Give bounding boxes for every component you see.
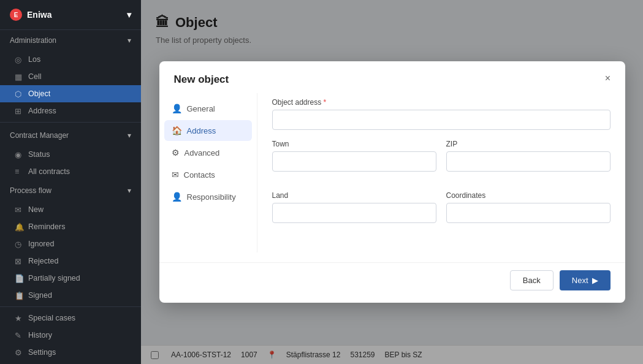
main-area: 🏛 Object The list of property objects. A… (141, 0, 643, 364)
coordinates-label: Coordinates (446, 191, 611, 200)
next-arrow-icon: ▶ (592, 276, 598, 285)
sidebar: E Eniwa ▾ Administration ▾ ◎ Los ▦ Cell … (0, 0, 141, 364)
sidebar-item-address[interactable]: ⊞ Address (0, 102, 141, 119)
sidebar-item-settings-label: Settings (28, 348, 56, 357)
sidebar-item-rejected-label: Rejected (28, 257, 58, 265)
object-address-input[interactable] (272, 110, 611, 130)
modal-header: New object × (159, 61, 625, 93)
next-button[interactable]: Next ▶ (560, 270, 611, 290)
modal-nav-contacts[interactable]: ✉ Contacts (164, 164, 252, 185)
town-label: Town (272, 140, 436, 148)
advanced-nav-icon: ⚙ (172, 148, 180, 157)
brand[interactable]: E Eniwa ▾ (0, 0, 141, 30)
land-input[interactable] (272, 203, 436, 223)
sidebar-item-new[interactable]: ✉ New (0, 201, 141, 218)
cell-icon: ▦ (15, 72, 23, 81)
sidebar-item-cell[interactable]: ▦ Cell (0, 68, 141, 85)
land-coordinates-row: Land Coordinates (272, 191, 611, 233)
sidebar-item-status[interactable]: ◉ Status (0, 146, 141, 163)
sidebar-item-all-contracts[interactable]: ≡ All contracts (0, 163, 141, 180)
sidebar-item-los[interactable]: ◎ Los (0, 51, 141, 68)
history-icon: ✎ (15, 331, 23, 339)
town-zip-row: Town ZIP (272, 140, 611, 181)
contract-manager-chevron: ▾ (127, 131, 131, 140)
administration-section[interactable]: Administration ▾ (0, 30, 141, 51)
los-icon: ◎ (15, 55, 23, 64)
administration-chevron: ▾ (127, 36, 131, 45)
modal-nav-address-label: Address (187, 126, 216, 135)
zip-input[interactable] (446, 151, 611, 172)
brand-icon: E (10, 9, 22, 21)
coordinates-group: Coordinates (446, 191, 611, 223)
special-cases-icon: ★ (15, 314, 23, 322)
land-group: Land (272, 191, 436, 223)
zip-label: ZIP (446, 140, 611, 148)
sidebar-item-object-label: Object (28, 89, 50, 98)
sidebar-item-special-cases[interactable]: ★ Special cases (0, 309, 141, 327)
modal-title: New object (174, 74, 229, 85)
zip-group: ZIP (446, 140, 611, 172)
modal-nav-responsibility[interactable]: 👤 Responsibility (164, 186, 252, 207)
required-marker: * (324, 98, 327, 107)
reminders-icon: 🔔 (15, 222, 23, 231)
modal-nav-contacts-label: Contacts (184, 170, 215, 180)
sidebar-item-ignored-label: Ignored (28, 240, 54, 248)
sidebar-item-new-label: New (28, 205, 44, 214)
rejected-icon: ⊠ (15, 257, 23, 265)
sidebar-item-signed[interactable]: 📋 Signed (0, 287, 141, 304)
modal-nav: 👤 General 🏠 Address ⚙ Advanced ✉ Contact… (159, 93, 257, 252)
modal-close-button[interactable]: × (599, 70, 617, 87)
new-icon: ✉ (15, 205, 23, 214)
sidebar-item-history[interactable]: ✎ History (0, 327, 141, 344)
modal-nav-advanced[interactable]: ⚙ Advanced (164, 142, 252, 163)
status-icon: ◉ (15, 150, 23, 159)
modal-nav-general-label: General (187, 104, 215, 113)
address-icon: ⊞ (15, 107, 23, 115)
sidebar-item-reminders-label: Reminders (28, 222, 65, 231)
sidebar-item-settings[interactable]: ⚙ Settings (0, 344, 141, 361)
modal-nav-general[interactable]: 👤 General (164, 98, 252, 119)
object-address-label: Object address * (272, 98, 611, 107)
coordinates-input[interactable] (446, 203, 611, 223)
modal: New object × 👤 General 🏠 Address ⚙ (159, 61, 625, 303)
modal-body: 👤 General 🏠 Address ⚙ Advanced ✉ Contact… (159, 93, 625, 262)
modal-nav-address[interactable]: 🏠 Address (164, 120, 252, 141)
modal-footer: Back Next ▶ (159, 262, 625, 303)
contract-manager-label: Contract Manager (10, 131, 69, 140)
brand-name: Eniwa (27, 10, 51, 20)
sidebar-item-ignored[interactable]: ◷ Ignored (0, 235, 141, 252)
all-contracts-icon: ≡ (15, 167, 23, 176)
sidebar-item-partially-signed[interactable]: 📄 Partially signed (0, 270, 141, 287)
modal-form: Object address * Town ZIP (257, 93, 625, 252)
sidebar-item-object[interactable]: ⬡ Object (0, 85, 141, 102)
contacts-nav-icon: ✉ (172, 170, 179, 180)
object-address-group: Object address * (272, 98, 611, 130)
responsibility-nav-icon: 👤 (172, 192, 182, 202)
town-group: Town (272, 140, 436, 172)
ignored-icon: ◷ (15, 240, 23, 248)
sidebar-item-partially-signed-label: Partially signed (28, 274, 80, 282)
process-flow-section[interactable]: Process flow ▾ (0, 180, 141, 201)
sidebar-item-signed-label: Signed (28, 291, 52, 300)
signed-icon: 📋 (15, 291, 23, 300)
sidebar-item-los-label: Los (28, 55, 40, 64)
process-flow-label: Process flow (10, 186, 51, 195)
modal-nav-advanced-label: Advanced (185, 148, 220, 157)
general-nav-icon: 👤 (172, 104, 182, 113)
sidebar-item-reminders[interactable]: 🔔 Reminders (0, 218, 141, 235)
land-label: Land (272, 191, 436, 200)
address-nav-icon: 🏠 (172, 126, 182, 135)
sidebar-item-address-label: Address (28, 107, 56, 115)
administration-label: Administration (10, 36, 56, 45)
process-flow-chevron: ▾ (127, 186, 131, 195)
sidebar-item-history-label: History (28, 331, 52, 339)
object-icon: ⬡ (15, 89, 23, 98)
brand-chevron: ▾ (127, 10, 131, 20)
sidebar-item-special-cases-label: Special cases (28, 314, 75, 322)
back-button[interactable]: Back (510, 270, 554, 290)
sidebar-item-rejected[interactable]: ⊠ Rejected (0, 252, 141, 270)
contract-manager-section[interactable]: Contract Manager ▾ (0, 125, 141, 146)
settings-icon: ⚙ (15, 348, 23, 357)
town-input[interactable] (272, 151, 436, 172)
sidebar-item-status-label: Status (28, 150, 50, 159)
